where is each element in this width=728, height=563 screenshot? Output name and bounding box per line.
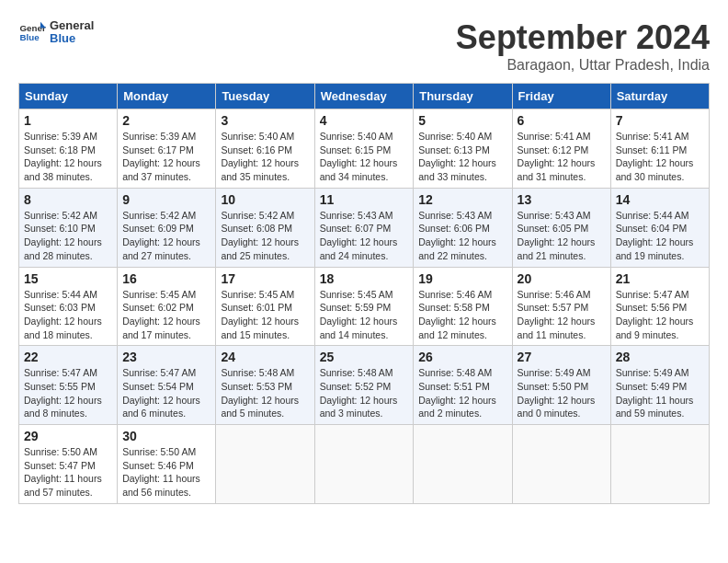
calendar-week-5: 29Sunrise: 5:50 AMSunset: 5:47 PMDayligh…	[19, 425, 710, 504]
calendar-cell: 4Sunrise: 5:40 AMSunset: 6:15 PMDaylight…	[314, 109, 414, 189]
day-info: Sunrise: 5:40 AMSunset: 6:13 PMDaylight:…	[418, 130, 506, 184]
day-info: Sunrise: 5:39 AMSunset: 6:17 PMDaylight:…	[122, 130, 210, 184]
day-number: 26	[418, 350, 506, 364]
day-info: Sunrise: 5:41 AMSunset: 6:11 PMDaylight:…	[616, 130, 704, 184]
day-number: 6	[518, 113, 606, 128]
calendar-cell: 8Sunrise: 5:42 AMSunset: 6:10 PMDaylight…	[19, 188, 118, 267]
day-number: 16	[122, 271, 210, 286]
day-number: 18	[320, 271, 409, 286]
calendar-header-row: SundayMondayTuesdayWednesdayThursdayFrid…	[19, 84, 710, 109]
day-number: 23	[122, 350, 210, 364]
day-number: 20	[518, 271, 606, 286]
calendar-header-sunday: Sunday	[19, 84, 118, 109]
day-info: Sunrise: 5:45 AMSunset: 5:59 PMDaylight:…	[320, 288, 409, 342]
calendar-cell: 28Sunrise: 5:49 AMSunset: 5:49 PMDayligh…	[610, 346, 709, 425]
calendar-cell: 29Sunrise: 5:50 AMSunset: 5:47 PMDayligh…	[19, 425, 118, 504]
calendar-cell: 6Sunrise: 5:41 AMSunset: 6:12 PMDaylight…	[512, 109, 610, 189]
day-number: 4	[320, 113, 409, 128]
day-info: Sunrise: 5:46 AMSunset: 5:58 PMDaylight:…	[418, 288, 506, 342]
day-number: 29	[24, 429, 112, 443]
day-info: Sunrise: 5:44 AMSunset: 6:04 PMDaylight:…	[616, 209, 704, 263]
day-number: 11	[320, 192, 409, 207]
day-info: Sunrise: 5:48 AMSunset: 5:53 PMDaylight:…	[221, 366, 309, 420]
day-info: Sunrise: 5:47 AMSunset: 5:54 PMDaylight:…	[122, 366, 210, 420]
calendar-week-4: 22Sunrise: 5:47 AMSunset: 5:55 PMDayligh…	[19, 346, 710, 425]
calendar-cell: 16Sunrise: 5:45 AMSunset: 6:02 PMDayligh…	[118, 267, 216, 346]
day-number: 8	[24, 192, 112, 207]
day-number: 14	[616, 192, 704, 207]
calendar-table: SundayMondayTuesdayWednesdayThursdayFrid…	[18, 83, 710, 504]
day-info: Sunrise: 5:50 AMSunset: 5:46 PMDaylight:…	[122, 445, 210, 500]
calendar-header-tuesday: Tuesday	[216, 84, 314, 109]
svg-text:Blue: Blue	[20, 32, 40, 42]
calendar-cell: 21Sunrise: 5:47 AMSunset: 5:56 PMDayligh…	[610, 267, 709, 346]
calendar-cell: 20Sunrise: 5:46 AMSunset: 5:57 PMDayligh…	[512, 267, 610, 346]
day-number: 15	[24, 271, 112, 286]
day-info: Sunrise: 5:44 AMSunset: 6:03 PMDaylight:…	[24, 288, 112, 342]
calendar-cell: 24Sunrise: 5:48 AMSunset: 5:53 PMDayligh…	[216, 346, 314, 425]
calendar-cell: 10Sunrise: 5:42 AMSunset: 6:08 PMDayligh…	[216, 188, 314, 267]
calendar-cell: 26Sunrise: 5:48 AMSunset: 5:51 PMDayligh…	[414, 346, 512, 425]
logo-blue: Blue	[50, 32, 94, 45]
logo-icon: General Blue	[18, 18, 46, 46]
day-info: Sunrise: 5:43 AMSunset: 6:06 PMDaylight:…	[418, 209, 506, 263]
day-number: 1	[24, 113, 112, 128]
day-number: 27	[518, 350, 606, 364]
day-info: Sunrise: 5:39 AMSunset: 6:18 PMDaylight:…	[24, 130, 112, 184]
calendar-cell: 15Sunrise: 5:44 AMSunset: 6:03 PMDayligh…	[19, 267, 118, 346]
day-info: Sunrise: 5:45 AMSunset: 6:01 PMDaylight:…	[221, 288, 309, 342]
day-number: 21	[616, 271, 704, 286]
day-number: 5	[418, 113, 506, 128]
day-info: Sunrise: 5:49 AMSunset: 5:49 PMDaylight:…	[616, 366, 704, 420]
day-info: Sunrise: 5:42 AMSunset: 6:09 PMDaylight:…	[122, 209, 210, 263]
day-number: 9	[122, 192, 210, 207]
calendar-header-thursday: Thursday	[414, 84, 512, 109]
day-info: Sunrise: 5:47 AMSunset: 5:55 PMDaylight:…	[24, 366, 112, 420]
day-info: Sunrise: 5:40 AMSunset: 6:15 PMDaylight:…	[320, 130, 409, 184]
calendar-cell: 14Sunrise: 5:44 AMSunset: 6:04 PMDayligh…	[610, 188, 709, 267]
calendar-cell: 5Sunrise: 5:40 AMSunset: 6:13 PMDaylight…	[414, 109, 512, 189]
day-info: Sunrise: 5:48 AMSunset: 5:51 PMDaylight:…	[418, 366, 506, 420]
calendar-cell	[314, 425, 414, 504]
day-number: 25	[320, 350, 409, 364]
day-number: 19	[418, 271, 506, 286]
day-info: Sunrise: 5:43 AMSunset: 6:05 PMDaylight:…	[518, 209, 606, 263]
day-info: Sunrise: 5:50 AMSunset: 5:47 PMDaylight:…	[24, 445, 112, 500]
day-info: Sunrise: 5:42 AMSunset: 6:08 PMDaylight:…	[221, 209, 309, 263]
day-number: 28	[616, 350, 704, 364]
day-number: 3	[221, 113, 309, 128]
day-number: 10	[221, 192, 309, 207]
calendar-cell: 3Sunrise: 5:40 AMSunset: 6:16 PMDaylight…	[216, 109, 314, 189]
calendar-cell: 19Sunrise: 5:46 AMSunset: 5:58 PMDayligh…	[414, 267, 512, 346]
calendar-cell: 12Sunrise: 5:43 AMSunset: 6:06 PMDayligh…	[414, 188, 512, 267]
calendar-cell: 23Sunrise: 5:47 AMSunset: 5:54 PMDayligh…	[118, 346, 216, 425]
calendar-header-saturday: Saturday	[610, 84, 709, 109]
calendar-cell: 7Sunrise: 5:41 AMSunset: 6:11 PMDaylight…	[610, 109, 709, 189]
month-title: September 2024	[456, 18, 710, 57]
calendar-cell	[216, 425, 314, 504]
calendar-cell: 9Sunrise: 5:42 AMSunset: 6:09 PMDaylight…	[118, 188, 216, 267]
logo: General Blue General Blue	[18, 18, 94, 46]
calendar-cell: 1Sunrise: 5:39 AMSunset: 6:18 PMDaylight…	[19, 109, 118, 189]
location-title: Baragaon, Uttar Pradesh, India	[456, 57, 710, 74]
calendar-week-1: 1Sunrise: 5:39 AMSunset: 6:18 PMDaylight…	[19, 109, 710, 189]
day-info: Sunrise: 5:48 AMSunset: 5:52 PMDaylight:…	[320, 366, 409, 420]
calendar-header-monday: Monday	[118, 84, 216, 109]
calendar-cell: 13Sunrise: 5:43 AMSunset: 6:05 PMDayligh…	[512, 188, 610, 267]
calendar-cell: 11Sunrise: 5:43 AMSunset: 6:07 PMDayligh…	[314, 188, 414, 267]
calendar-cell: 27Sunrise: 5:49 AMSunset: 5:50 PMDayligh…	[512, 346, 610, 425]
day-number: 22	[24, 350, 112, 364]
day-info: Sunrise: 5:49 AMSunset: 5:50 PMDaylight:…	[518, 366, 606, 420]
day-number: 7	[616, 113, 704, 128]
day-info: Sunrise: 5:46 AMSunset: 5:57 PMDaylight:…	[518, 288, 606, 342]
calendar-cell: 17Sunrise: 5:45 AMSunset: 6:01 PMDayligh…	[216, 267, 314, 346]
title-area: September 2024 Baragaon, Uttar Pradesh, …	[456, 18, 710, 74]
calendar-week-3: 15Sunrise: 5:44 AMSunset: 6:03 PMDayligh…	[19, 267, 710, 346]
calendar-cell	[414, 425, 512, 504]
day-info: Sunrise: 5:43 AMSunset: 6:07 PMDaylight:…	[320, 209, 409, 263]
calendar-cell	[610, 425, 709, 504]
logo-general: General	[50, 19, 94, 32]
calendar-body: 1Sunrise: 5:39 AMSunset: 6:18 PMDaylight…	[19, 109, 710, 504]
calendar-cell: 18Sunrise: 5:45 AMSunset: 5:59 PMDayligh…	[314, 267, 414, 346]
day-number: 12	[418, 192, 506, 207]
